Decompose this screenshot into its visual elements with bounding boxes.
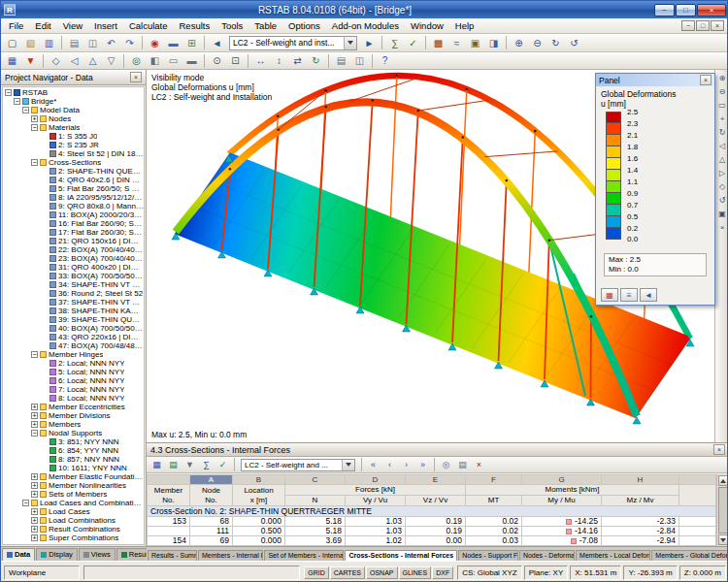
last-row-icon[interactable]: » xyxy=(415,458,431,471)
tree-item[interactable]: 34: SHAPE-THIN VT MITTE OP... xyxy=(3,280,144,289)
panel-color-scale-icon[interactable]: ▦ xyxy=(601,288,618,302)
select-icon[interactable]: ⊙ xyxy=(209,53,226,69)
tree-item[interactable]: 36: Round 2; Steel St 52 xyxy=(3,289,144,298)
expand-icon[interactable]: + xyxy=(31,508,38,515)
panel-titlebar[interactable]: Panel × xyxy=(596,74,714,86)
print-icon[interactable]: ▤ xyxy=(66,35,83,50)
tree-item[interactable]: −RSTAB xyxy=(3,88,144,97)
expand-icon[interactable]: + xyxy=(31,115,38,122)
new-member-icon[interactable]: ▬ xyxy=(165,35,182,50)
tree-item[interactable]: 39: SHAPE-THIN QUERTRAEGE... xyxy=(3,315,144,324)
show-values-icon[interactable]: ▣ xyxy=(467,35,484,50)
results-tab[interactable]: Results - Summary xyxy=(148,550,197,561)
mdi-minimize-button[interactable]: − xyxy=(681,20,695,31)
view-z-icon[interactable]: ▽ xyxy=(103,53,120,69)
tree-item[interactable]: 10: 1611; YNY NNN xyxy=(3,464,144,472)
column-letter[interactable]: A xyxy=(190,475,233,485)
tree-item[interactable]: 31: QRO 400x20 | DIN 59410:19... xyxy=(3,263,144,272)
column-header[interactable]: Vz / Vv xyxy=(406,496,466,506)
menu-item-help[interactable]: Help xyxy=(449,18,480,33)
menu-item-table[interactable]: Table xyxy=(248,18,282,33)
tree-item[interactable]: 7: Local; NNN NYY xyxy=(3,385,144,394)
load-data-icon[interactable]: ▼ xyxy=(22,53,40,69)
close-button[interactable]: × xyxy=(697,4,726,16)
tree-item[interactable]: 16: Flat Bar 260/90; S 355 J0 xyxy=(3,219,144,228)
export-excel-icon[interactable]: ▤ xyxy=(166,458,182,471)
section-row[interactable]: Cross-Section No. 2: SHAPE-THIN QUERTRAE… xyxy=(148,506,716,517)
tree-item[interactable]: 37: SHAPE-THIN VT AUSLAGE... xyxy=(3,298,144,307)
close-view-icon[interactable]: × xyxy=(716,221,728,234)
navigator-icon[interactable]: ◫ xyxy=(351,53,369,69)
zoom-in-icon[interactable]: ⊕ xyxy=(511,35,528,50)
find-icon[interactable]: ◎ xyxy=(439,458,454,471)
tree-item[interactable]: +Super Combinations xyxy=(3,534,144,542)
table-row[interactable]: 153680.0005.181.030.190.02-14.25-2.33 xyxy=(148,517,716,527)
tree-item[interactable]: +Load Combinations xyxy=(3,516,144,525)
tree-item[interactable]: +Member Eccentricities xyxy=(3,403,144,411)
expand-icon[interactable]: + xyxy=(31,526,38,533)
status-toggle-glines[interactable]: GLINES xyxy=(399,566,432,579)
iso-view-icon[interactable]: ◇ xyxy=(716,180,728,193)
column-header[interactable]: N xyxy=(285,496,346,506)
tree-item[interactable]: 22: BOX(A) 700/40/40/580/129... xyxy=(3,245,144,254)
menu-item-add-on-modules[interactable]: Add-on Modules xyxy=(326,18,405,33)
tree-item[interactable]: +Members xyxy=(3,420,144,429)
isometric-view-icon[interactable]: ◇ xyxy=(48,53,65,69)
tree-item[interactable]: 11: BOX(A) 2000/20/30/1540/2... xyxy=(3,210,144,219)
status-toggle-dxf[interactable]: DXF xyxy=(432,566,453,579)
mdi-restore-button[interactable]: □ xyxy=(696,20,710,31)
status-toggle-cartes[interactable]: CARTES xyxy=(330,566,365,579)
tree-item[interactable]: −Model Data xyxy=(3,106,144,114)
tree-item[interactable]: 4: QRO 40x2.6 | DIN 59410:1974... xyxy=(3,176,144,184)
collapse-icon[interactable]: − xyxy=(31,159,38,166)
swap-icon[interactable]: ⇄ xyxy=(289,53,307,69)
tree-item[interactable]: 8: 857; NNY NNN xyxy=(3,455,144,464)
collapse-icon[interactable]: − xyxy=(14,98,20,105)
tree-item[interactable]: 4: Steel St 52 | DIN 18800:1990... xyxy=(3,149,144,158)
tree-item[interactable]: 21: QRO 150x16 | DIN 59410:19... xyxy=(3,237,144,245)
check-model-icon[interactable]: ✓ xyxy=(405,35,422,50)
tree-item[interactable]: 33: BOX(A) 700/50/50/560/129... xyxy=(3,272,144,280)
mdi-close-button[interactable]: × xyxy=(711,20,724,31)
results-tab[interactable]: Cross-Sections - Internal Forces xyxy=(345,550,457,561)
results-tab[interactable]: Set of Members - Internal Forces xyxy=(264,550,344,561)
column-header[interactable]: NodeNo. xyxy=(190,485,233,506)
navigator-tab-display[interactable]: Display xyxy=(36,548,78,561)
tree-item[interactable]: −Member Hinges xyxy=(3,350,144,359)
expand-icon[interactable]: + xyxy=(31,421,38,428)
tree-item[interactable]: −Bridge* xyxy=(3,97,144,106)
maximize-button[interactable]: □ xyxy=(676,4,696,16)
panel-collapse-icon[interactable]: ◄ xyxy=(640,288,657,302)
front-view-icon[interactable]: ◁ xyxy=(716,140,728,152)
tree-item[interactable]: 3: 851; NYY NNN xyxy=(3,437,144,446)
collapse-icon[interactable]: − xyxy=(31,351,38,358)
table-scrollbar[interactable] xyxy=(716,474,728,546)
table-row[interactable]: 1110.5005.181.030.190.02-14.16-2.84 xyxy=(148,527,716,536)
navigator-close-icon[interactable]: × xyxy=(130,72,142,82)
status-toggle-osnap[interactable]: OSNAP xyxy=(366,566,398,579)
tree-item[interactable]: 43: QRO 220x16 | DIN 59410:19... xyxy=(3,333,144,341)
tree-item[interactable]: 17: Flat Bar 260/30; S 355 J0 xyxy=(3,228,144,237)
tree-item[interactable]: +Nodes xyxy=(3,114,144,123)
column-letter[interactable]: G xyxy=(522,475,602,485)
tree-item[interactable]: +Sets of Members xyxy=(3,490,144,499)
tree-item[interactable]: 2: S 235 JR xyxy=(3,141,144,149)
render-solid-icon[interactable]: ▬ xyxy=(183,53,201,69)
refresh-icon[interactable]: ↻ xyxy=(308,53,325,69)
minimize-button[interactable]: − xyxy=(654,4,675,16)
results-tab[interactable]: Members - Internal Forces xyxy=(198,550,263,561)
results-tab[interactable]: Members - Global Deformations xyxy=(651,550,728,561)
column-letter[interactable]: D xyxy=(346,475,406,485)
navigator-tab-views[interactable]: Views xyxy=(79,548,116,561)
tree-item[interactable]: 9: QRO 80x8.0 | Mannesmann... xyxy=(3,202,144,210)
tree-item[interactable]: 5: Local; NNN NYY xyxy=(3,368,144,376)
tree-item[interactable]: +Result Combinations xyxy=(3,525,144,534)
menu-item-view[interactable]: View xyxy=(57,18,88,33)
expand-icon[interactable]: + xyxy=(31,517,38,524)
results-table[interactable]: ABCDEFGHMemberNo.NodeNo.Locationx [m]For… xyxy=(147,474,716,546)
tree-item[interactable]: −Load Cases and Combinations xyxy=(3,499,144,507)
tree-item[interactable]: −Materials xyxy=(3,123,144,132)
model-data-icon[interactable]: ▦ xyxy=(4,53,21,69)
tree-item[interactable]: 2: Local; NNN NYY xyxy=(3,359,144,368)
menu-item-results[interactable]: Results xyxy=(173,18,215,33)
